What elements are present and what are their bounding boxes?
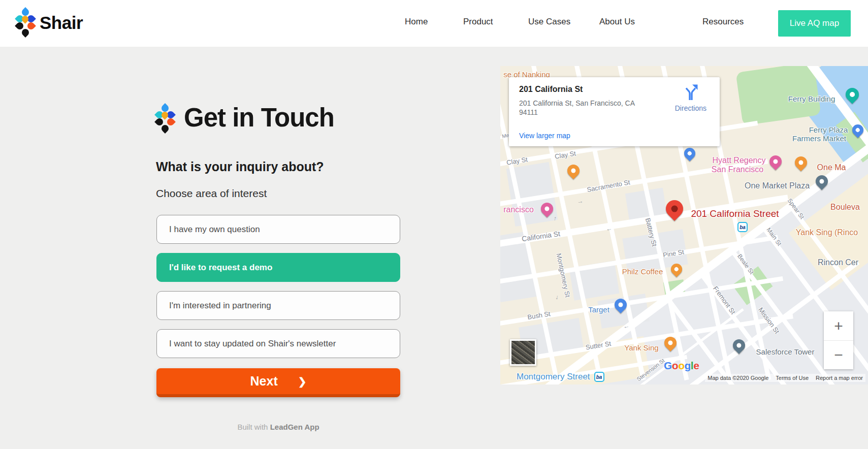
google-logo-letter: o <box>678 360 684 371</box>
map-label: 201 California Street <box>691 208 779 219</box>
one-way-arrow: ↓ <box>555 294 560 301</box>
attribution-link[interactable]: Terms of Use <box>776 375 809 381</box>
live-aq-map-button[interactable]: Live AQ map <box>778 10 851 37</box>
map-label: Target <box>588 305 609 314</box>
shair-logo-icon <box>17 9 34 37</box>
map-label: Ferry Building <box>788 94 835 103</box>
map-label: Montgomery St <box>555 252 571 298</box>
built-with: Built with LeadGen App <box>156 423 400 431</box>
header: Shair HomeProductUse CasesAbout UsResour… <box>0 0 868 47</box>
google-map-embed[interactable]: Merchant StClay StClay StSacramento StCa… <box>500 66 868 384</box>
map-attribution: Map data ©2020 GoogleTerms of UseReport … <box>705 374 865 382</box>
one-way-arrow: ← <box>623 322 630 330</box>
one-way-arrow: ↑ <box>553 215 558 222</box>
zoom-in-button[interactable]: + <box>824 311 853 340</box>
map-label: Rincon Cer <box>818 258 858 267</box>
next-label: Next <box>250 374 278 389</box>
map-label: Hyatt Regency <box>713 156 766 165</box>
map-label: Clay St <box>554 149 576 160</box>
street-view-pegman-thumbnail[interactable] <box>510 339 536 366</box>
map-marker-pink <box>767 153 784 170</box>
map-marker-orangem <box>565 162 582 179</box>
map-label: Sacramento St <box>586 178 630 194</box>
map-label: San Francisco <box>712 165 763 174</box>
station-name: Montgomery Street <box>517 372 590 382</box>
google-logo-letter: g <box>685 360 691 371</box>
option-3[interactable]: I'm interested in partnering <box>156 291 400 320</box>
page-title: Get in Touch <box>184 103 334 133</box>
shair-heading-icon <box>156 105 174 133</box>
brand-name: Shair <box>40 13 83 33</box>
map-label: One Market Plaza <box>745 181 810 190</box>
one-way-arrow: ← <box>605 224 613 233</box>
next-button[interactable]: Next ❯ <box>156 368 400 397</box>
map-marker-orangem <box>792 154 810 171</box>
option-2[interactable]: I'd like to request a demo <box>156 253 400 282</box>
google-logo-letter: o <box>672 360 678 371</box>
map-label: Yank Sing <box>624 343 658 352</box>
attribution-link[interactable]: Report a map error <box>816 375 863 381</box>
map-info-card: 201 California St 201 California St, San… <box>509 77 720 146</box>
montgomery-street-station-label: Montgomery Street ba <box>517 372 604 382</box>
map-label: Philz Coffee <box>622 267 663 276</box>
one-way-arrow: → <box>576 197 584 205</box>
option-1[interactable]: I have my own question <box>156 215 400 244</box>
nav-item-product[interactable]: Product <box>463 17 493 27</box>
map-label: Salesforce Tower <box>756 347 815 356</box>
google-logo: Google <box>664 360 699 372</box>
nav-item-use-cases[interactable]: Use Cases <box>528 17 570 27</box>
attribution-text: Map data ©2020 Google <box>708 375 768 381</box>
view-larger-map-link[interactable]: View larger map <box>519 132 570 140</box>
map-label: Bouleva <box>830 203 860 212</box>
nav-item-home[interactable]: Home <box>405 17 428 27</box>
form-instruction: Choose area of interest <box>156 187 267 200</box>
option-4[interactable]: I want to stay updated on Shair's newsle… <box>156 329 400 358</box>
map-label: Farmers Market <box>792 134 846 143</box>
bart-icon: ba <box>737 222 748 232</box>
bart-icon: ba <box>594 372 604 382</box>
brand-logo[interactable]: Shair <box>17 9 83 37</box>
directions-icon <box>683 84 698 101</box>
address-line2: 94111 <box>519 108 538 116</box>
page: Shair HomeProductUse CasesAbout UsResour… <box>0 0 868 449</box>
address-line1: 201 California St, San Francisco, CA <box>519 99 635 107</box>
map-label: Ferry Plaza <box>809 125 848 134</box>
built-with-prefix: Built with <box>237 423 268 431</box>
directions-label: Directions <box>675 104 706 112</box>
map-label: Yank Sing (Rinco <box>796 228 858 237</box>
directions-button[interactable]: Directions <box>675 84 706 112</box>
zoom-out-button[interactable]: − <box>824 340 853 369</box>
map-zoom-controls: + − <box>824 311 853 369</box>
google-logo-letter: e <box>693 360 699 371</box>
nav-item-about-us[interactable]: About Us <box>599 17 635 27</box>
built-with-brand[interactable]: LeadGen App <box>270 423 319 431</box>
form-question: What is your inquiry about? <box>156 159 324 174</box>
map-label: rancisco <box>503 205 534 214</box>
google-logo-letter: G <box>664 360 672 371</box>
next-chevron-icon: ❯ <box>298 375 307 388</box>
map-label: One Ma <box>817 163 846 172</box>
info-card-address: 201 California St, San Francisco, CA 941… <box>519 99 650 117</box>
nav-item-resources[interactable]: Resources <box>702 17 744 27</box>
